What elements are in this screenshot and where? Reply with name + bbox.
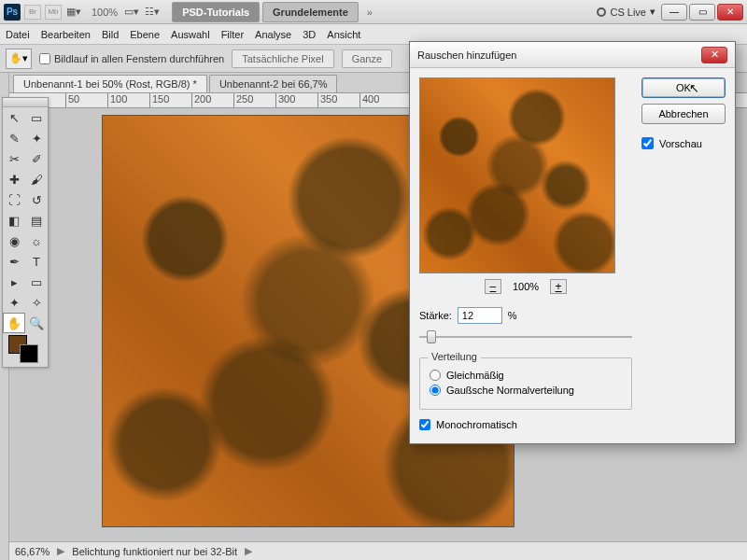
- window-maximize-button[interactable]: ▭: [689, 4, 715, 21]
- zoom-out-button[interactable]: –: [485, 279, 501, 294]
- distribution-group: Verteilung Gleichmäßig Gaußsche Normalve…: [419, 357, 632, 410]
- cs-live-icon: [597, 7, 606, 17]
- color-swatches[interactable]: [3, 333, 48, 367]
- dialog-close-button[interactable]: ✕: [701, 47, 727, 63]
- strength-unit: %: [508, 310, 517, 321]
- crop-tool-icon[interactable]: ✂: [3, 148, 25, 169]
- zoom-in-button[interactable]: +: [550, 279, 567, 294]
- app-titlebar: Ps Br Mb ▦▾ 100% ▭▾ ☷▾ PSD-Tutorials Gru…: [0, 0, 747, 24]
- bridge-icon[interactable]: Br: [24, 5, 41, 20]
- extras-icon[interactable]: ☷▾: [144, 5, 161, 20]
- fit-screen-button[interactable]: Ganze: [342, 49, 392, 68]
- history-brush-tool-icon[interactable]: ↺: [25, 189, 48, 210]
- menu-datei[interactable]: Datei: [6, 29, 30, 40]
- ok-button[interactable]: OK ↖: [641, 77, 726, 98]
- dodge-tool-icon[interactable]: ☼: [25, 231, 48, 251]
- cancel-button[interactable]: Abbrechen: [641, 104, 726, 124]
- monochromatic-checkbox[interactable]: Monochromatisch: [419, 419, 632, 430]
- add-noise-dialog: Rauschen hinzufügen ✕ – 100% + Stärke: %…: [409, 41, 736, 444]
- cs-live-button[interactable]: CS Live▾: [597, 6, 655, 18]
- status-flyout2-icon[interactable]: ▶: [245, 545, 252, 557]
- blur-tool-icon[interactable]: ◉: [3, 231, 25, 251]
- dialog-titlebar[interactable]: Rauschen hinzufügen ✕: [410, 42, 735, 68]
- photoshop-logo-icon: Ps: [4, 4, 21, 21]
- dialog-title: Rauschen hinzufügen: [417, 49, 701, 61]
- type-tool-icon[interactable]: T: [25, 251, 48, 272]
- strength-input[interactable]: [458, 307, 502, 324]
- menu-3d[interactable]: 3D: [303, 29, 316, 40]
- menu-ebene[interactable]: Ebene: [130, 29, 160, 40]
- screen-mode-icon[interactable]: ▭▾: [123, 5, 140, 20]
- menu-ansicht[interactable]: Ansicht: [327, 29, 360, 40]
- status-flyout-icon[interactable]: ▶: [57, 545, 64, 557]
- menu-auswahl[interactable]: Auswahl: [171, 29, 210, 40]
- scroll-all-windows-checkbox[interactable]: Bildlauf in allen Fenstern durchführen: [39, 53, 224, 64]
- path-select-tool-icon[interactable]: ▸: [3, 272, 25, 292]
- heal-tool-icon[interactable]: ✚: [3, 169, 25, 189]
- brush-tool-icon[interactable]: 🖌: [25, 169, 48, 189]
- pen-tool-icon[interactable]: ✒: [3, 251, 25, 272]
- menu-bild[interactable]: Bild: [102, 29, 119, 40]
- menu-filter[interactable]: Filter: [221, 29, 244, 40]
- move-tool-icon[interactable]: ↖: [3, 107, 25, 128]
- hand-tool-icon[interactable]: ✋: [3, 313, 25, 333]
- background-color-swatch[interactable]: [20, 344, 38, 363]
- workspace-tab-grundelemente[interactable]: Grundelemente: [262, 2, 359, 22]
- noise-preview[interactable]: [419, 77, 615, 273]
- workspace-tab-psd-tutorials[interactable]: PSD-Tutorials: [172, 2, 260, 22]
- gradient-tool-icon[interactable]: ▤: [25, 210, 48, 231]
- menu-bearbeiten[interactable]: Bearbeiten: [41, 29, 91, 40]
- preview-zoom-value: 100%: [513, 281, 539, 292]
- distribution-uniform-radio[interactable]: Gleichmäßig: [430, 370, 622, 381]
- workspace-more-icon[interactable]: »: [367, 7, 373, 18]
- status-bar: 66,67% ▶ Belichtung funktioniert nur bei…: [9, 541, 747, 560]
- shape-tool-icon[interactable]: ▭: [25, 272, 48, 292]
- document-tab-1[interactable]: Unbenannt-1 bei 50% (Rost, RGB/8) *: [13, 75, 207, 92]
- distribution-legend: Verteilung: [428, 351, 481, 362]
- strength-label: Stärke:: [419, 310, 452, 321]
- distribution-gaussian-radio[interactable]: Gaußsche Normalverteilung: [430, 385, 622, 396]
- eraser-tool-icon[interactable]: ◧: [3, 210, 25, 231]
- window-close-button[interactable]: ✕: [717, 4, 743, 21]
- toolbox-grip[interactable]: [3, 98, 48, 107]
- status-message: Belichtung funktioniert nur bei 32-Bit: [72, 546, 237, 557]
- arrange-documents-icon[interactable]: ▦▾: [65, 5, 82, 20]
- wand-tool-icon[interactable]: ✦: [25, 128, 48, 148]
- lasso-tool-icon[interactable]: ✎: [3, 128, 25, 148]
- status-zoom[interactable]: 66,67%: [15, 546, 49, 557]
- toolbox-panel[interactable]: ↖ ▭ ✎ ✦ ✂ ✐ ✚ 🖌 ⛶ ↺ ◧ ▤ ◉ ☼ ✒ T ▸ ▭ ✦ ✧ …: [2, 97, 49, 368]
- preview-checkbox[interactable]: Vorschau: [641, 137, 726, 149]
- actual-pixels-button[interactable]: Tatsächliche Pixel: [232, 49, 333, 68]
- menu-analyse[interactable]: Analyse: [255, 29, 291, 40]
- current-tool-icon[interactable]: ✋▾: [6, 49, 32, 69]
- minibridge-icon[interactable]: Mb: [45, 5, 62, 20]
- 3d-camera-tool-icon[interactable]: ✧: [25, 292, 48, 313]
- marquee-tool-icon[interactable]: ▭: [25, 107, 48, 128]
- strength-slider[interactable]: [419, 329, 632, 344]
- 3d-tool-icon[interactable]: ✦: [3, 292, 25, 313]
- stamp-tool-icon[interactable]: ⛶: [3, 189, 25, 210]
- zoom-tool-icon[interactable]: 🔍: [25, 313, 48, 333]
- window-minimize-button[interactable]: —: [661, 4, 687, 21]
- titlebar-zoom[interactable]: 100%: [92, 7, 118, 18]
- eyedropper-tool-icon[interactable]: ✐: [25, 148, 48, 169]
- document-tab-2[interactable]: Unbenannt-2 bei 66,7%: [209, 75, 338, 92]
